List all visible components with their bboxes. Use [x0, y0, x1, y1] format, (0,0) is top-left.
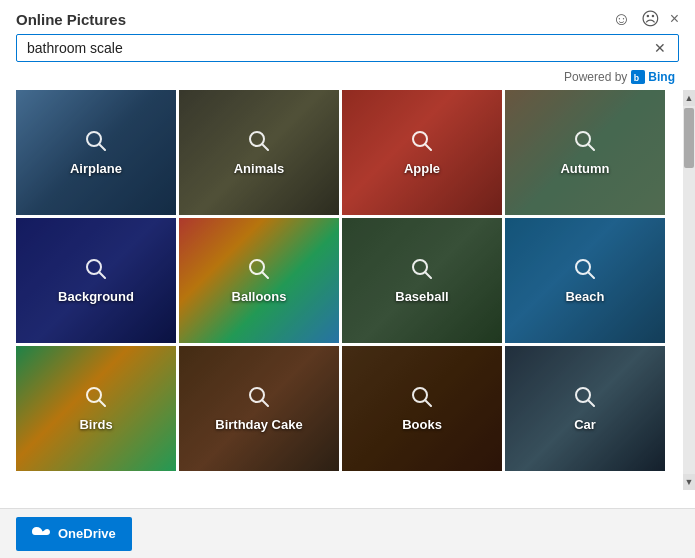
grid-item-label-birds: Birds — [79, 417, 112, 432]
grid-item-baseball[interactable]: Baseball — [342, 218, 502, 343]
grid-item-overlay-car: Car — [505, 346, 665, 471]
grid-item-label-baseball: Baseball — [395, 289, 448, 304]
svg-line-17 — [588, 272, 594, 278]
grid-item-balloons[interactable]: Balloons — [179, 218, 339, 343]
image-grid-wrapper: Airplane Animals Apple Autumn Background… — [16, 90, 695, 490]
bing-logo: b Bing — [631, 70, 675, 84]
onedrive-icon — [32, 525, 50, 543]
grid-item-label-balloons: Balloons — [232, 289, 287, 304]
grid-item-overlay-balloons: Balloons — [179, 218, 339, 343]
title-bar: Online Pictures ☺ ☹ × — [0, 0, 695, 34]
grid-item-books[interactable]: Books — [342, 346, 502, 471]
svg-line-21 — [262, 400, 268, 406]
grid-item-label-apple: Apple — [404, 161, 440, 176]
svg-text:b: b — [634, 73, 639, 83]
image-grid: Airplane Animals Apple Autumn Background… — [16, 90, 683, 490]
powered-by-bar: Powered by b Bing — [0, 68, 695, 90]
search-clear-button[interactable]: ✕ — [652, 40, 668, 56]
grid-item-label-books: Books — [402, 417, 442, 432]
emoji-smile-icon[interactable]: ☺ — [612, 10, 630, 28]
grid-item-overlay-animals: Animals — [179, 90, 339, 215]
search-icon — [85, 130, 107, 157]
grid-item-airplane[interactable]: Airplane — [16, 90, 176, 215]
grid-item-overlay-books: Books — [342, 346, 502, 471]
grid-item-background[interactable]: Background — [16, 218, 176, 343]
onedrive-svg — [32, 527, 50, 539]
svg-line-3 — [99, 144, 105, 150]
search-icon — [411, 130, 433, 157]
svg-line-13 — [262, 272, 268, 278]
grid-item-label-airplane: Airplane — [70, 161, 122, 176]
scroll-down-button[interactable]: ▼ — [683, 474, 695, 490]
search-icon — [248, 130, 270, 157]
bing-label: Bing — [648, 70, 675, 84]
onedrive-label: OneDrive — [58, 526, 116, 541]
scroll-up-button[interactable]: ▲ — [683, 90, 695, 106]
search-bar: ✕ — [16, 34, 679, 62]
grid-item-label-beach: Beach — [565, 289, 604, 304]
grid-item-overlay-apple: Apple — [342, 90, 502, 215]
svg-line-23 — [425, 400, 431, 406]
grid-item-animals[interactable]: Animals — [179, 90, 339, 215]
svg-line-19 — [99, 400, 105, 406]
svg-line-15 — [425, 272, 431, 278]
search-icon — [574, 258, 596, 285]
grid-item-overlay-baseball: Baseball — [342, 218, 502, 343]
search-icon — [248, 386, 270, 413]
search-icon — [85, 258, 107, 285]
search-icon — [85, 386, 107, 413]
close-icon[interactable]: × — [670, 11, 679, 27]
grid-item-overlay-autumn: Autumn — [505, 90, 665, 215]
svg-line-9 — [588, 144, 594, 150]
grid-item-autumn[interactable]: Autumn — [505, 90, 665, 215]
grid-item-label-autumn: Autumn — [560, 161, 609, 176]
search-icon — [411, 258, 433, 285]
grid-item-apple[interactable]: Apple — [342, 90, 502, 215]
dialog-title: Online Pictures — [16, 11, 126, 28]
bing-icon: b — [631, 70, 645, 84]
grid-item-label-birthday: Birthday Cake — [215, 417, 302, 432]
search-icon — [574, 130, 596, 157]
grid-item-car[interactable]: Car — [505, 346, 665, 471]
grid-item-overlay-birthday: Birthday Cake — [179, 346, 339, 471]
bottom-bar: OneDrive — [0, 508, 695, 558]
svg-line-25 — [588, 400, 594, 406]
grid-item-beach[interactable]: Beach — [505, 218, 665, 343]
powered-by-text: Powered by — [564, 70, 627, 84]
grid-item-overlay-background: Background — [16, 218, 176, 343]
scrollbar-track: ▲ ▼ — [683, 90, 695, 490]
grid-item-label-background: Background — [58, 289, 134, 304]
grid-item-label-car: Car — [574, 417, 596, 432]
scrollbar-thumb[interactable] — [684, 108, 694, 168]
grid-item-overlay-airplane: Airplane — [16, 90, 176, 215]
search-input[interactable] — [27, 40, 652, 56]
onedrive-button[interactable]: OneDrive — [16, 517, 132, 551]
search-icon — [411, 386, 433, 413]
search-icon — [574, 386, 596, 413]
svg-line-11 — [99, 272, 105, 278]
grid-item-birthday[interactable]: Birthday Cake — [179, 346, 339, 471]
grid-item-overlay-beach: Beach — [505, 218, 665, 343]
grid-item-birds[interactable]: Birds — [16, 346, 176, 471]
title-icon-group: ☺ ☹ × — [612, 10, 679, 28]
emoji-sad-icon[interactable]: ☹ — [641, 10, 660, 28]
search-icon — [248, 258, 270, 285]
grid-item-label-animals: Animals — [234, 161, 285, 176]
svg-line-7 — [425, 144, 431, 150]
grid-item-overlay-birds: Birds — [16, 346, 176, 471]
svg-line-5 — [262, 144, 268, 150]
